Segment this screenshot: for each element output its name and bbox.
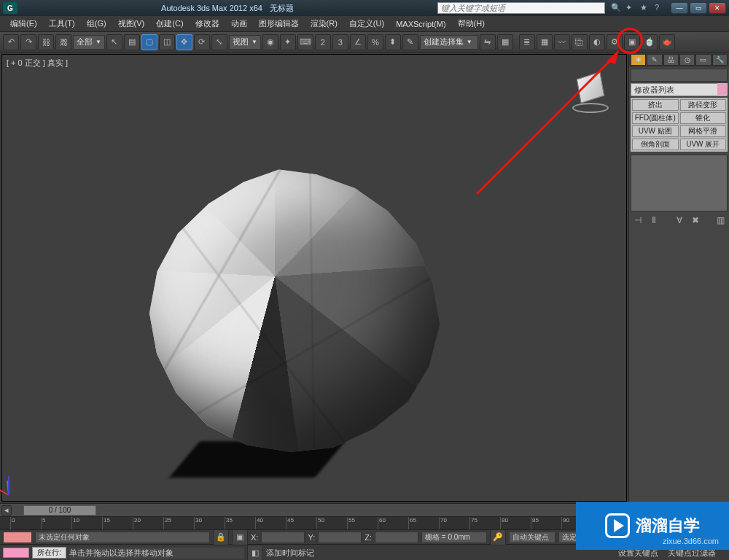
- help-search-input[interactable]: [437, 2, 605, 14]
- menu-edit[interactable]: 编辑(E): [4, 18, 43, 29]
- mod-ffdcyl-button[interactable]: FFD(圆柱体): [632, 112, 679, 124]
- time-slider-left-icon[interactable]: ◂: [1, 505, 12, 516]
- star-icon[interactable]: ★: [640, 3, 650, 13]
- select-icon[interactable]: ↖: [106, 34, 122, 50]
- mod-uvwunwrap-button[interactable]: UVW 展开: [680, 139, 727, 150]
- tick: 85: [531, 517, 539, 529]
- move-icon[interactable]: ✥: [176, 34, 192, 50]
- z-coord-input[interactable]: [375, 532, 418, 543]
- named-selection-dropdown[interactable]: 创建选择集▼: [420, 35, 478, 50]
- search-icon[interactable]: 🔍: [611, 3, 621, 13]
- geosphere-object[interactable]: [126, 148, 461, 472]
- selection-status: 未选定任何对象: [35, 532, 210, 543]
- tick: 55: [347, 517, 355, 529]
- select-manipulate-icon[interactable]: ✦: [280, 34, 296, 50]
- script-line-swatch[interactable]: [3, 548, 29, 558]
- utilities-tab-icon[interactable]: 🔧: [712, 54, 728, 66]
- maximize-button[interactable]: ▭: [690, 2, 707, 14]
- snap-2d-icon[interactable]: 2: [315, 34, 331, 50]
- modifier-button-grid: 挤出 路径变形 FFD(圆柱体) 锥化 UVW 贴图 网格平滑 倒角剖面 UVW…: [631, 98, 728, 152]
- create-tab-icon[interactable]: ✱: [631, 54, 646, 66]
- menu-view[interactable]: 视图(V): [112, 18, 151, 29]
- mod-meshsmooth-button[interactable]: 网格平滑: [680, 125, 727, 137]
- modify-tab-icon[interactable]: ✎: [647, 54, 662, 66]
- object-name-field[interactable]: [631, 69, 728, 82]
- mod-taper-button[interactable]: 锥化: [680, 112, 727, 124]
- menu-maxscript[interactable]: MAXScript(M): [390, 20, 451, 28]
- undo-icon[interactable]: ↶: [3, 34, 19, 50]
- menu-tools[interactable]: 工具(T): [43, 18, 81, 29]
- modifier-list-dropdown[interactable]: 修改器列表▼: [631, 83, 728, 96]
- object-color-swatch[interactable]: [717, 83, 728, 95]
- menu-customize[interactable]: 自定义(U): [343, 18, 390, 29]
- tick: 25: [163, 517, 171, 529]
- add-time-tag-button[interactable]: 添加时间标记: [266, 548, 332, 559]
- lock-selection-icon[interactable]: 🔒: [213, 529, 229, 545]
- refcoord-dropdown[interactable]: 视图▼: [229, 35, 261, 50]
- display-tab-icon[interactable]: ▭: [695, 54, 711, 66]
- time-tag-icon[interactable]: ◧: [247, 545, 263, 560]
- angle-snap-icon[interactable]: ∠: [350, 34, 366, 50]
- rotate-icon[interactable]: ⟳: [194, 34, 210, 50]
- location-button[interactable]: 所在行:: [32, 547, 66, 559]
- configure-sets-icon[interactable]: ▥: [714, 214, 726, 226]
- isolate-icon[interactable]: ▣: [232, 529, 248, 545]
- pivot-icon[interactable]: ◉: [262, 34, 278, 50]
- mod-uvwmap-button[interactable]: UVW 贴图: [632, 125, 679, 137]
- select-name-icon[interactable]: ▤: [124, 34, 140, 50]
- motion-tab-icon[interactable]: ◷: [679, 54, 695, 66]
- menu-bar: 编辑(E) 工具(T) 组(G) 视图(V) 创建(C) 修改器 动画 图形编辑…: [0, 16, 729, 32]
- viewport-label[interactable]: [ + 0 正交 ] 真实 ]: [7, 58, 68, 69]
- tick: 10: [71, 517, 79, 529]
- menu-animation[interactable]: 动画: [225, 18, 253, 29]
- edit-named-sel-icon[interactable]: ✎: [402, 34, 418, 50]
- menu-grapheditors[interactable]: 图形编辑器: [253, 18, 305, 29]
- tick: 60: [378, 517, 386, 529]
- spinner-snap-icon[interactable]: ⬍: [385, 34, 401, 50]
- keyboard-shortcut-icon[interactable]: ⌨: [297, 34, 313, 50]
- axis-gizmo: [8, 466, 37, 495]
- hierarchy-tab-icon[interactable]: 品: [663, 54, 679, 66]
- watermark-play-icon: [605, 513, 630, 538]
- modifier-stack[interactable]: [631, 155, 728, 211]
- pin-stack-icon[interactable]: ⊣: [632, 214, 644, 226]
- minimize-button[interactable]: —: [671, 2, 688, 14]
- show-end-result-icon[interactable]: Ⅱ: [648, 214, 660, 226]
- x-label: X:: [251, 533, 258, 542]
- menu-group[interactable]: 组(G): [81, 18, 112, 29]
- mod-extrude-button[interactable]: 挤出: [632, 99, 679, 111]
- help-icon[interactable]: ?: [655, 3, 665, 13]
- unlink-icon[interactable]: ⛓̸: [55, 34, 71, 50]
- select-region-icon[interactable]: ▢: [141, 34, 157, 50]
- tick: 30: [194, 517, 202, 529]
- menu-create[interactable]: 创建(C): [150, 18, 189, 29]
- redo-icon[interactable]: ↷: [20, 34, 36, 50]
- snap-3d-icon[interactable]: 3: [332, 34, 348, 50]
- make-unique-icon[interactable]: ∀: [674, 214, 685, 226]
- key-mode-toggle-icon[interactable]: 🔑: [490, 529, 506, 545]
- y-coord-input[interactable]: [318, 532, 362, 543]
- menu-help[interactable]: 帮助(H): [452, 18, 491, 29]
- autokey-button[interactable]: 自动关键点: [509, 532, 555, 543]
- tool-icon[interactable]: ✦: [625, 3, 636, 13]
- x-coord-input[interactable]: [261, 532, 305, 543]
- render-iterative-icon[interactable]: 🫖: [659, 34, 675, 50]
- percent-snap-icon[interactable]: %: [367, 34, 383, 50]
- scale-icon[interactable]: ⤡: [211, 34, 227, 50]
- tick: 90: [561, 517, 569, 529]
- window-crossing-icon[interactable]: ◫: [159, 34, 175, 50]
- remove-modifier-icon[interactable]: ✖: [690, 214, 701, 226]
- app-icon[interactable]: G: [3, 2, 17, 14]
- watermark-badge: 溜溜自学 zixue.3d66.com: [576, 502, 729, 550]
- selection-filter-dropdown[interactable]: 全部▼: [73, 35, 105, 50]
- mod-bevelprofile-button[interactable]: 倒角剖面: [632, 139, 679, 150]
- close-button[interactable]: ✕: [709, 2, 726, 14]
- render-production-icon[interactable]: 🍵: [642, 34, 658, 50]
- script-record-indicator[interactable]: [3, 532, 32, 543]
- menu-render[interactable]: 渲染(R): [305, 18, 343, 29]
- link-icon[interactable]: ⛓: [38, 34, 54, 50]
- time-slider-handle[interactable]: 0 / 100: [23, 505, 96, 516]
- annotation-circle: [617, 28, 643, 54]
- menu-modifiers[interactable]: 修改器: [190, 18, 225, 29]
- mod-pathdeform-button[interactable]: 路径变形: [680, 99, 727, 111]
